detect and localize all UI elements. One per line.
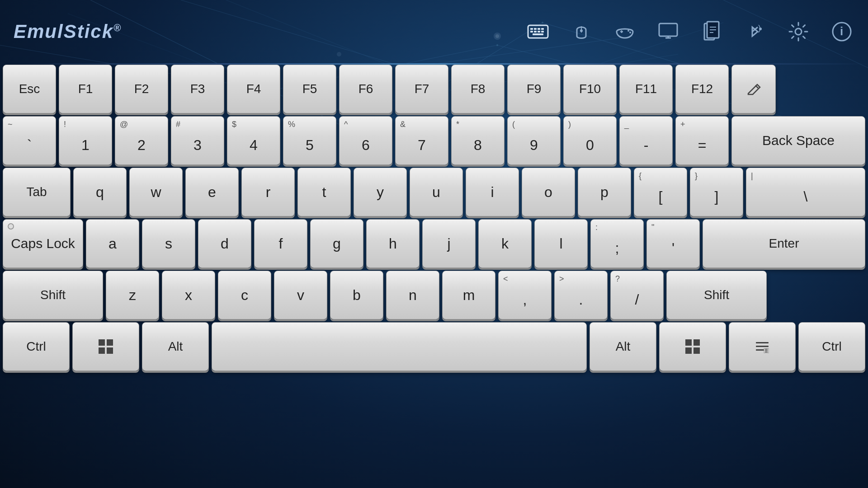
- svg-text:i: i: [840, 24, 843, 38]
- key-f11[interactable]: F11: [619, 65, 673, 113]
- key-backslash[interactable]: | \: [746, 168, 865, 216]
- key-h[interactable]: h: [366, 219, 420, 268]
- bottom-row: Ctrl Alt Alt: [3, 322, 865, 371]
- key-space[interactable]: [212, 322, 587, 371]
- key-6[interactable]: ^ 6: [339, 116, 392, 165]
- key-f8[interactable]: F8: [451, 65, 505, 113]
- svg-text:): ): [758, 23, 761, 33]
- key-backspace[interactable]: Back Space: [731, 116, 865, 165]
- key-f2[interactable]: F2: [115, 65, 168, 113]
- key-p[interactable]: p: [578, 168, 631, 216]
- key-win-right[interactable]: [659, 322, 726, 371]
- key-f1[interactable]: F1: [59, 65, 112, 113]
- header: EmulStick®: [0, 0, 868, 63]
- nav-settings-icon[interactable]: [786, 19, 811, 44]
- key-ctrl-left[interactable]: Ctrl: [3, 322, 70, 371]
- nav-keyboard-icon[interactable]: [525, 19, 551, 44]
- svg-rect-33: [538, 31, 540, 33]
- key-m[interactable]: m: [442, 271, 495, 319]
- key-w[interactable]: w: [129, 168, 183, 216]
- key-right-bracket[interactable]: } ]: [690, 168, 743, 216]
- key-5[interactable]: % 5: [283, 116, 336, 165]
- key-7[interactable]: & 7: [395, 116, 448, 165]
- key-f[interactable]: f: [254, 219, 307, 268]
- nav-gamepad-icon[interactable]: [612, 19, 637, 44]
- key-b[interactable]: b: [330, 271, 383, 319]
- key-t[interactable]: t: [297, 168, 351, 216]
- key-k[interactable]: k: [478, 219, 532, 268]
- app-title: EmulStick: [14, 21, 113, 42]
- key-period[interactable]: > .: [554, 271, 608, 319]
- key-r[interactable]: r: [241, 168, 295, 216]
- svg-rect-29: [538, 28, 540, 30]
- key-backtick[interactable]: ~ `: [3, 116, 56, 165]
- navigation-bar: ) i: [525, 19, 854, 44]
- key-semicolon[interactable]: : ;: [590, 219, 644, 268]
- key-apostrophe[interactable]: " ': [646, 219, 700, 268]
- key-enter[interactable]: Enter: [703, 219, 865, 268]
- key-win-left[interactable]: [72, 322, 139, 371]
- key-f10[interactable]: F10: [563, 65, 617, 113]
- svg-rect-57: [107, 339, 113, 346]
- key-x[interactable]: x: [162, 271, 215, 319]
- key-d[interactable]: d: [198, 219, 251, 268]
- key-z[interactable]: z: [106, 271, 159, 319]
- key-alt-left[interactable]: Alt: [142, 322, 209, 371]
- key-alt-right[interactable]: Alt: [590, 322, 656, 371]
- key-comma[interactable]: < ,: [498, 271, 552, 319]
- key-v[interactable]: v: [274, 271, 327, 319]
- key-slash[interactable]: ? /: [610, 271, 664, 319]
- key-u[interactable]: u: [410, 168, 463, 216]
- key-shift-right[interactable]: Shift: [666, 271, 767, 319]
- key-c[interactable]: c: [218, 271, 271, 319]
- key-q[interactable]: q: [73, 168, 127, 216]
- trademark: ®: [113, 22, 122, 33]
- key-i[interactable]: i: [466, 168, 519, 216]
- svg-rect-58: [99, 347, 105, 354]
- key-f9[interactable]: F9: [507, 65, 561, 113]
- svg-rect-28: [534, 28, 537, 30]
- key-esc[interactable]: Esc: [3, 65, 56, 113]
- svg-point-37: [580, 29, 583, 32]
- key-shift-left[interactable]: Shift: [3, 271, 103, 319]
- key-l[interactable]: l: [534, 219, 588, 268]
- key-y[interactable]: y: [354, 168, 407, 216]
- key-f4[interactable]: F4: [227, 65, 280, 113]
- key-a[interactable]: a: [86, 219, 139, 268]
- nav-mouse-icon[interactable]: [569, 19, 594, 44]
- key-n[interactable]: n: [386, 271, 439, 319]
- key-f3[interactable]: F3: [171, 65, 224, 113]
- key-f7[interactable]: F7: [395, 65, 448, 113]
- key-s[interactable]: s: [142, 219, 195, 268]
- key-1[interactable]: ! 1: [59, 116, 112, 165]
- key-ctrl-right[interactable]: Ctrl: [798, 322, 865, 371]
- key-pencil[interactable]: [731, 65, 776, 113]
- nav-info-icon[interactable]: i: [829, 19, 854, 44]
- key-f12[interactable]: F12: [675, 65, 729, 113]
- number-row: ~ ` ! 1 @ 2 # 3 $ 4 % 5 ^ 6 & 7: [3, 116, 865, 165]
- key-menu[interactable]: [729, 322, 796, 371]
- key-minus[interactable]: _ -: [619, 116, 673, 165]
- key-f6[interactable]: F6: [339, 65, 392, 113]
- svg-rect-30: [541, 28, 544, 30]
- key-left-bracket[interactable]: { [: [634, 168, 687, 216]
- key-tab[interactable]: Tab: [3, 168, 71, 216]
- key-0[interactable]: ) 0: [563, 116, 617, 165]
- nav-monitor-icon[interactable]: [656, 19, 681, 44]
- key-g[interactable]: g: [310, 219, 363, 268]
- key-j[interactable]: j: [422, 219, 476, 268]
- key-8[interactable]: * 8: [451, 116, 505, 165]
- key-3[interactable]: # 3: [171, 116, 224, 165]
- key-2[interactable]: @ 2: [115, 116, 168, 165]
- key-9[interactable]: ( 9: [507, 116, 561, 165]
- key-4[interactable]: $ 4: [227, 116, 280, 165]
- key-f5[interactable]: F5: [283, 65, 336, 113]
- key-e[interactable]: e: [185, 168, 239, 216]
- svg-rect-27: [530, 28, 533, 30]
- key-caps-lock[interactable]: Caps Lock: [3, 219, 83, 268]
- key-o[interactable]: o: [522, 168, 575, 216]
- key-equals[interactable]: + =: [675, 116, 729, 165]
- nav-files-icon[interactable]: [699, 19, 724, 44]
- nav-bluetooth-icon[interactable]: ): [742, 19, 768, 44]
- svg-rect-63: [693, 347, 700, 354]
